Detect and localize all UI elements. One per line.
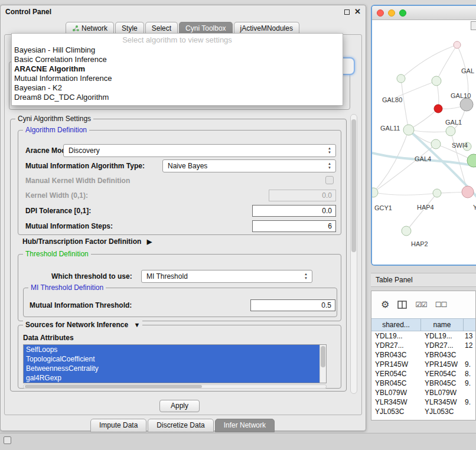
cell: 12 — [464, 341, 475, 350]
cyni-algorithm-settings-group: Cyni Algorithm Settings Algorithm Defini… — [10, 119, 347, 392]
aracne-mode-value: Discovery — [69, 146, 100, 155]
attribute-list-hscrollbar[interactable] — [23, 384, 327, 389]
mi-threshold-definition-title: MI Threshold Definition — [28, 283, 106, 292]
edges — [373, 45, 474, 231]
deselect-all-icon[interactable]: ☐☐ — [435, 300, 447, 309]
node-gal4[interactable] — [431, 139, 441, 149]
mi-threshold-label: Mutual Information Threshold: — [30, 301, 132, 309]
column-header-cut[interactable] — [464, 319, 475, 331]
minimize-button[interactable] — [388, 9, 395, 17]
hub-definition-toggle[interactable]: Hub/Transcription Factor Definition ▶ — [22, 237, 152, 246]
node-gal11[interactable] — [403, 125, 414, 135]
node-hap4[interactable] — [462, 186, 474, 198]
table-row[interactable]: YLR345W YLR345W 9. — [371, 397, 475, 407]
scrollbar-thumb[interactable] — [351, 119, 356, 252]
node-label: Y — [473, 204, 476, 211]
list-item-betweennesscentrality[interactable]: BetweennessCentrality — [24, 364, 326, 373]
menu-item-aracne[interactable]: ARACNE Algorithm — [12, 64, 343, 74]
algorithm-dropdown-menu: Select algorithm to view settings Bayesi… — [11, 33, 343, 106]
cell: YBL079W — [371, 388, 421, 397]
float-window-button[interactable] — [344, 9, 350, 15]
menu-item-bayesian-k2[interactable]: Bayesian - K2 — [12, 83, 343, 93]
table-row[interactable]: YPR145W YPR145W 9. — [371, 360, 475, 369]
network-graph: GAL80 GAL10 GAL GAL11 GAL1 SWI4 GAL4 GCY… — [372, 20, 476, 266]
sources-title: Sources for Network Inference — [25, 321, 128, 329]
tab-label: Select — [152, 24, 171, 32]
node-label: HAP4 — [417, 204, 434, 211]
aracne-mode-combo[interactable]: Discovery ▲▼ — [63, 144, 336, 157]
manual-kernel-checkbox — [325, 176, 334, 184]
apply-button[interactable]: Apply — [159, 400, 200, 412]
table-row[interactable]: YJL053C YJL053C — [371, 407, 475, 416]
mi-threshold-field[interactable]: 0.5 — [250, 299, 335, 311]
menu-item-mutual-information[interactable]: Mutual Information Inference — [12, 74, 343, 83]
node-gal1[interactable] — [446, 126, 455, 136]
select-all-icon[interactable]: ☑☑ — [415, 300, 427, 309]
which-threshold-value: MI Threshold — [146, 272, 188, 281]
table-row[interactable]: YER054C YER054C 8. — [371, 369, 475, 379]
close-icon[interactable]: ✕ — [354, 9, 361, 15]
table-row[interactable]: YBR043C YBR043C — [371, 350, 475, 360]
dpi-tolerance-field[interactable]: 0.0 — [252, 205, 336, 217]
zoom-button[interactable] — [399, 9, 406, 17]
settings-scrollpane: Cyni Algorithm Settings Algorithm Defini… — [9, 114, 357, 394]
list-item-topologicalcoefficient[interactable]: TopologicalCoefficient — [24, 354, 326, 364]
node[interactable] — [432, 76, 441, 86]
menu-item-bayesian-hill-climbing[interactable]: Bayesian - Hill Climbing — [12, 45, 343, 55]
mi-type-combo[interactable]: Naive Bayes ▲▼ — [162, 159, 336, 172]
mi-steps-label: Mutual Information Steps: — [25, 222, 113, 230]
mi-type-value: Naive Bayes — [168, 162, 207, 170]
algorithm-definition-group: Algorithm Definition Aracne Mode: Discov… — [18, 130, 341, 235]
close-button[interactable] — [377, 9, 384, 17]
cell — [464, 350, 475, 360]
cell: YJL053C — [421, 407, 464, 416]
cell: YDR27... — [421, 341, 464, 350]
node[interactable] — [460, 98, 473, 111]
columns-icon[interactable] — [397, 301, 407, 309]
tab-label: Cyni Toolbox — [185, 24, 226, 32]
cell: YBR043C — [371, 350, 421, 360]
cell: 9. — [464, 360, 475, 369]
cyni-bottom-tabs: Impute Data Discretize Data Infer Networ… — [1, 419, 366, 432]
table-row[interactable]: YDL19... YDL19... 13 — [371, 331, 475, 341]
node[interactable] — [397, 74, 405, 83]
cell: YDL19... — [371, 331, 421, 341]
tab-impute-data[interactable]: Impute Data — [90, 419, 146, 432]
column-header-name[interactable]: name — [421, 319, 464, 331]
node[interactable] — [433, 189, 441, 197]
gear-icon[interactable]: ⚙ — [381, 300, 389, 309]
tab-infer-network[interactable]: Infer Network — [215, 419, 275, 432]
node-label: GAL1 — [445, 119, 462, 126]
node-label: GAL11 — [380, 125, 400, 132]
sources-toggle[interactable]: Sources for Network Inference ▼ — [23, 321, 142, 329]
settings-group-title: Cyni Algorithm Settings — [15, 115, 93, 123]
tab-label: Network — [81, 24, 107, 32]
tab-discretize-data[interactable]: Discretize Data — [148, 419, 213, 432]
table-row[interactable]: YBR045C YBR045C 9. — [371, 379, 475, 388]
dropdown-placeholder: Select algorithm to view settings — [12, 34, 343, 45]
table-row[interactable]: YDR27... YDR27... 12 — [371, 341, 475, 350]
settings-scrollbar[interactable] — [350, 114, 357, 394]
list-item-gal4rgexp[interactable]: gal4RGexp — [24, 373, 326, 383]
cell — [464, 407, 475, 416]
panel-toggle-icon[interactable] — [4, 436, 11, 444]
attribute-list-scrollbar[interactable] — [319, 345, 326, 383]
network-canvas[interactable]: GAL80 GAL10 GAL GAL11 GAL1 SWI4 GAL4 GCY… — [372, 20, 476, 266]
node-label: GAL10 — [451, 92, 471, 99]
cell: 13 — [464, 331, 475, 341]
menu-item-dream8[interactable]: Dream8 DC_TDC Algorithm — [12, 93, 343, 102]
cell: YBR043C — [421, 350, 464, 360]
column-header-shared-name[interactable]: shared... — [371, 319, 421, 331]
node[interactable] — [454, 41, 461, 48]
node-gal10[interactable] — [434, 105, 442, 113]
table-row[interactable]: YBL079W YBL079W — [371, 388, 475, 397]
dpi-tolerance-label: DPI Tolerance [0,1]: — [25, 207, 91, 215]
node-gcy1[interactable] — [372, 188, 378, 197]
mi-steps-field[interactable]: 6 — [252, 220, 336, 232]
menu-item-basic-correlation[interactable]: Basic Correlation Inference — [12, 55, 343, 64]
node-hap2[interactable] — [402, 226, 411, 236]
cell: YDR27... — [371, 341, 421, 350]
which-threshold-combo[interactable]: MI Threshold ▲▼ — [141, 270, 312, 283]
network-icon — [72, 25, 79, 32]
list-item-selfloops[interactable]: SelfLoops — [24, 345, 326, 354]
